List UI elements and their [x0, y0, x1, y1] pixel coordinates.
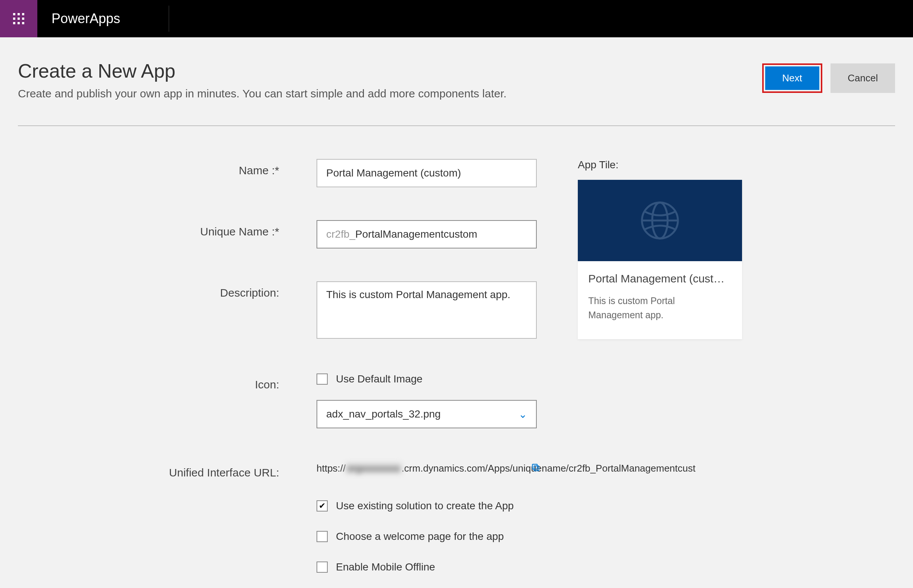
unique-name-label: Unique Name :* — [18, 220, 317, 238]
enable-mobile-offline-label: Enable Mobile Offline — [336, 561, 435, 573]
divider — [169, 6, 169, 32]
svg-rect-10 — [532, 464, 537, 469]
divider — [18, 125, 895, 126]
icon-select[interactable]: adx_nav_portals_32.png ⌄ — [317, 400, 537, 428]
enable-mobile-offline-checkbox[interactable] — [317, 562, 328, 573]
unique-name-value: PortalManagementcustom — [355, 228, 478, 240]
url-value: https://orgxxxxxxxx.crm.dynamics.com/App… — [317, 461, 526, 476]
cancel-button[interactable]: Cancel — [830, 63, 895, 93]
svg-rect-1 — [18, 13, 20, 15]
url-label: Unified Interface URL: — [18, 461, 317, 479]
svg-rect-9 — [534, 466, 539, 471]
app-tile-label: App Tile: — [578, 159, 895, 171]
svg-rect-5 — [22, 18, 24, 20]
use-existing-solution-checkbox[interactable] — [317, 500, 328, 512]
icon-label: Icon: — [18, 373, 317, 391]
next-button[interactable]: Next — [765, 66, 819, 90]
app-tile-description: This is custom Portal Management app. — [588, 294, 732, 322]
use-default-image-label: Use Default Image — [336, 373, 423, 385]
choose-welcome-page-label: Choose a welcome page for the app — [336, 531, 504, 543]
app-tile-icon-area — [578, 180, 742, 261]
use-existing-solution-label: Use existing solution to create the App — [336, 500, 513, 512]
svg-rect-2 — [22, 13, 24, 15]
waffle-icon — [12, 12, 25, 25]
app-tile-title: Portal Management (cust… — [588, 272, 732, 285]
name-label: Name :* — [18, 159, 317, 177]
next-button-highlight: Next — [762, 63, 822, 93]
svg-rect-7 — [18, 22, 20, 24]
top-navbar: PowerApps — [0, 0, 913, 37]
unique-name-input[interactable]: cr2fb_PortalManagementcustom — [317, 220, 537, 249]
svg-rect-6 — [13, 22, 15, 24]
description-label: Description: — [18, 281, 317, 299]
unique-name-prefix: cr2fb_ — [326, 228, 355, 240]
app-launcher-button[interactable] — [0, 0, 37, 37]
choose-welcome-page-checkbox[interactable] — [317, 531, 328, 542]
page-subtitle: Create and publish your own app in minut… — [18, 87, 507, 100]
svg-rect-4 — [18, 18, 20, 20]
app-tile-preview: Portal Management (cust… This is custom … — [578, 180, 742, 339]
name-input[interactable] — [317, 159, 537, 187]
globe-icon — [639, 200, 680, 241]
description-input[interactable] — [317, 281, 537, 339]
brand-label: PowerApps — [37, 11, 120, 26]
svg-rect-0 — [13, 13, 15, 15]
use-default-image-checkbox[interactable] — [317, 373, 328, 384]
icon-select-value: adx_nav_portals_32.png — [326, 408, 441, 420]
copy-icon[interactable] — [531, 463, 541, 474]
page-title: Create a New App — [18, 60, 507, 82]
svg-rect-3 — [13, 18, 15, 20]
svg-rect-8 — [22, 22, 24, 24]
chevron-down-icon: ⌄ — [518, 408, 527, 420]
